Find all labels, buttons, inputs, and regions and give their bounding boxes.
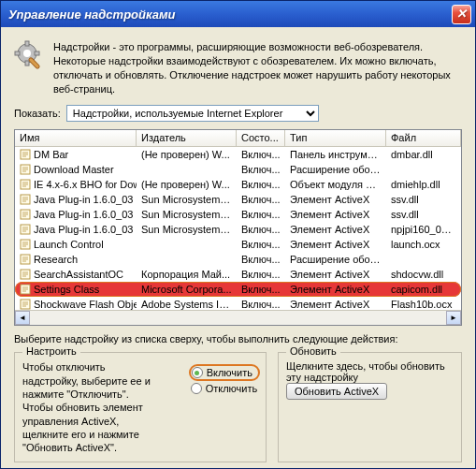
settings-panel: Настроить Чтобы отключить надстройку, вы… [14,352,267,462]
table-row[interactable]: Java Plug-in 1.6.0_03Sun Microsystems,..… [15,222,461,237]
list-header: Имя Издатель Состо... Тип Файл [15,130,461,147]
addon-manager-window: Управление надстройками ✕ Надстройки - э… [0,0,476,469]
file-icon [20,164,31,175]
col-publisher[interactable]: Издатель [137,130,237,146]
table-row[interactable]: Download MasterВключ...Расширение обозр.… [15,162,461,177]
file-icon [20,149,31,160]
disable-label: Отключить [206,383,258,394]
table-row[interactable]: IE 4.x-6.x BHO for Dow...(Не проверен) W… [15,177,461,192]
table-row[interactable]: Java Plug-in 1.6.0_03Sun Microsystems,..… [15,192,461,207]
content-area: Надстройки - это программы, расширяющие … [1,27,475,468]
enable-radio[interactable]: Включить [191,366,258,379]
file-icon [20,209,31,220]
file-icon [20,269,31,280]
panels-row: Настроить Чтобы отключить надстройку, вы… [14,352,462,462]
horizontal-scrollbar[interactable]: ◄ ► [15,310,461,325]
gear-icon [14,40,44,70]
intro-row: Надстройки - это программы, расширяющие … [14,40,462,95]
intro-text: Надстройки - это программы, расширяющие … [53,40,462,95]
update-panel: Обновить Щелкните здесь, чтобы обновить … [278,352,462,462]
table-row[interactable]: Java Plug-in 1.6.0_03Sun Microsystems,..… [15,207,461,222]
scroll-track[interactable] [30,311,446,325]
svg-rect-2 [25,41,29,46]
col-name[interactable]: Имя [15,130,137,146]
table-row[interactable]: Launch ControlВключ...Элемент ActiveXlau… [15,237,461,252]
close-button[interactable]: ✕ [452,5,471,24]
update-activex-button[interactable]: Обновить ActiveX [286,383,387,400]
table-row[interactable]: Shockwave Flash ObjectAdobe Systems In..… [15,297,461,310]
update-panel-title: Обновить [286,345,340,357]
file-icon [20,284,31,295]
radio-off-icon [191,383,202,394]
file-icon [20,179,31,190]
instruction-text: Выберите надстройку из списка сверху, чт… [14,333,462,344]
table-row[interactable]: DM Bar(Не проверен) W...Включ...Панель и… [15,147,461,162]
file-icon [20,239,31,250]
addon-listview[interactable]: Имя Издатель Состо... Тип Файл DM Bar(Не… [14,129,462,326]
titlebar: Управление надстройками ✕ [1,1,475,27]
enable-label: Включить [207,367,252,378]
show-filter-row: Показать: Надстройки, используемые Inter… [14,105,462,122]
list-body: DM Bar(Не проверен) W...Включ...Панель и… [15,147,461,310]
col-type[interactable]: Тип [285,130,386,146]
show-label: Показать: [14,108,61,119]
file-icon [20,299,31,310]
svg-rect-3 [25,61,29,66]
scroll-right-button[interactable]: ► [446,311,461,325]
radio-on-icon [192,367,203,378]
svg-rect-5 [35,51,39,55]
show-dropdown[interactable]: Надстройки, используемые Internet Explor… [66,105,319,122]
table-row[interactable]: SearchAssistantOCКорпорация Май...Включ.… [15,267,461,282]
col-file[interactable]: Файл [386,130,461,146]
disable-radio[interactable]: Отключить [191,383,258,394]
table-row[interactable]: ResearchВключ...Расширение обозр... [15,252,461,267]
window-title: Управление надстройками [8,7,452,22]
file-icon [20,224,31,235]
update-desc: Щелкните здесь, чтобы обновить эту надст… [286,360,445,383]
settings-panel-title: Настроить [22,345,80,357]
settings-desc: Чтобы отключить надстройку, выберите ее … [22,360,153,454]
scroll-left-button[interactable]: ◄ [15,311,30,325]
col-status[interactable]: Состо... [237,130,285,146]
file-icon [20,254,31,265]
svg-rect-4 [15,51,20,55]
svg-point-1 [23,50,31,57]
table-row[interactable]: Settings ClassMicrosoft Corpora...Включ.… [15,282,461,297]
file-icon [20,194,31,205]
radio-group: Включить Отключить [191,366,258,398]
